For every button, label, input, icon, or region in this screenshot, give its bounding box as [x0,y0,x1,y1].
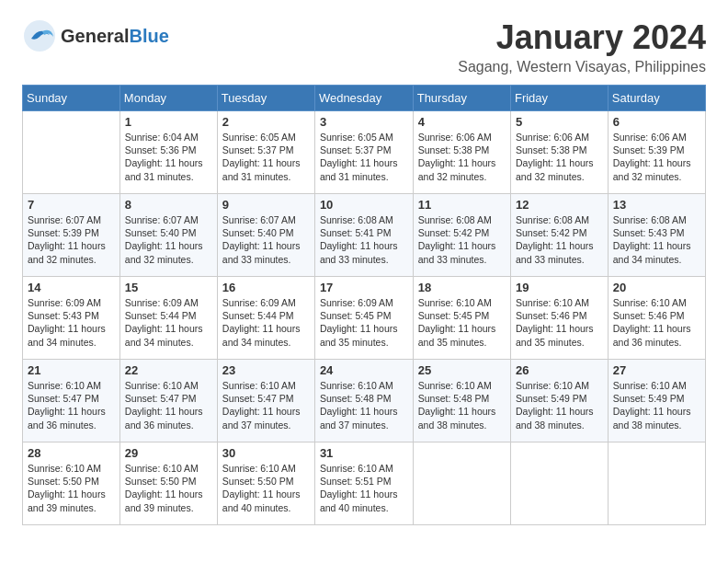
calendar-cell: 2Sunrise: 6:05 AMSunset: 5:37 PMDaylight… [217,111,314,194]
day-info: Sunrise: 6:10 AMSunset: 5:47 PMDaylight:… [222,379,310,431]
day-info: Sunrise: 6:10 AMSunset: 5:47 PMDaylight:… [28,379,115,431]
day-info: Sunrise: 6:10 AMSunset: 5:50 PMDaylight:… [222,462,310,514]
calendar-cell: 27Sunrise: 6:10 AMSunset: 5:49 PMDayligh… [608,360,705,442]
calendar-cell: 23Sunrise: 6:10 AMSunset: 5:47 PMDayligh… [217,360,314,442]
calendar-cell: 16Sunrise: 6:09 AMSunset: 5:44 PMDayligh… [217,277,314,360]
day-info: Sunrise: 6:10 AMSunset: 5:49 PMDaylight:… [516,379,603,431]
day-info: Sunrise: 6:07 AMSunset: 5:40 PMDaylight:… [222,213,310,266]
day-number: 17 [320,281,408,294]
calendar-week-row: 21Sunrise: 6:10 AMSunset: 5:47 PMDayligh… [23,360,706,442]
day-number: 22 [125,363,212,377]
day-info: Sunrise: 6:07 AMSunset: 5:39 PMDaylight:… [28,213,115,266]
calendar-cell: 14Sunrise: 6:09 AMSunset: 5:43 PMDayligh… [23,277,120,360]
calendar-cell: 12Sunrise: 6:08 AMSunset: 5:42 PMDayligh… [510,194,608,277]
calendar-cell: 20Sunrise: 6:10 AMSunset: 5:46 PMDayligh… [608,277,705,360]
calendar-week-row: 1Sunrise: 6:04 AMSunset: 5:36 PMDaylight… [23,111,706,194]
day-info: Sunrise: 6:10 AMSunset: 5:46 PMDaylight:… [516,296,603,349]
col-header-sunday: Sunday [23,86,120,111]
calendar-cell: 19Sunrise: 6:10 AMSunset: 5:46 PMDayligh… [510,277,608,360]
calendar-cell: 10Sunrise: 6:08 AMSunset: 5:41 PMDayligh… [314,194,413,277]
day-number: 24 [320,363,408,377]
calendar-cell: 21Sunrise: 6:10 AMSunset: 5:47 PMDayligh… [23,360,120,442]
day-number: 15 [125,281,212,294]
calendar-cell: 28Sunrise: 6:10 AMSunset: 5:50 PMDayligh… [23,442,120,525]
day-number: 30 [222,446,310,460]
day-number: 5 [516,115,603,129]
day-number: 14 [28,281,115,294]
calendar-cell: 6Sunrise: 6:06 AMSunset: 5:39 PMDaylight… [608,111,705,194]
logo-icon [22,18,57,53]
day-number: 7 [28,198,115,212]
day-number: 10 [320,198,408,212]
day-number: 16 [222,281,310,294]
day-info: Sunrise: 6:10 AMSunset: 5:50 PMDaylight:… [28,462,115,514]
day-info: Sunrise: 6:08 AMSunset: 5:42 PMDaylight:… [418,213,506,266]
day-number: 1 [125,115,212,129]
day-info: Sunrise: 6:05 AMSunset: 5:37 PMDaylight:… [222,131,310,183]
day-info: Sunrise: 6:08 AMSunset: 5:43 PMDaylight:… [613,213,700,266]
page-header: GeneralBlue January 2024 Sagang, Western… [22,18,706,75]
day-number: 26 [516,363,603,377]
day-number: 2 [222,115,310,129]
day-number: 4 [418,115,506,129]
day-info: Sunrise: 6:10 AMSunset: 5:48 PMDaylight:… [418,379,506,431]
day-info: Sunrise: 6:04 AMSunset: 5:36 PMDaylight:… [125,131,212,183]
day-number: 19 [516,281,603,294]
calendar-cell: 29Sunrise: 6:10 AMSunset: 5:50 PMDayligh… [119,442,217,525]
calendar-header-row: SundayMondayTuesdayWednesdayThursdayFrid… [23,86,706,111]
calendar-cell: 8Sunrise: 6:07 AMSunset: 5:40 PMDaylight… [119,194,217,277]
col-header-tuesday: Tuesday [217,86,314,111]
day-number: 25 [418,363,506,377]
calendar-cell: 1Sunrise: 6:04 AMSunset: 5:36 PMDaylight… [119,111,217,194]
calendar-table: SundayMondayTuesdayWednesdayThursdayFrid… [22,85,706,525]
day-info: Sunrise: 6:08 AMSunset: 5:42 PMDaylight:… [516,213,603,266]
calendar-cell: 30Sunrise: 6:10 AMSunset: 5:50 PMDayligh… [217,442,314,525]
day-info: Sunrise: 6:09 AMSunset: 5:43 PMDaylight:… [28,296,115,349]
calendar-week-row: 14Sunrise: 6:09 AMSunset: 5:43 PMDayligh… [23,277,706,360]
calendar-cell: 9Sunrise: 6:07 AMSunset: 5:40 PMDaylight… [217,194,314,277]
day-number: 28 [28,446,115,460]
day-info: Sunrise: 6:10 AMSunset: 5:50 PMDaylight:… [125,462,212,514]
calendar-cell: 25Sunrise: 6:10 AMSunset: 5:48 PMDayligh… [413,360,510,442]
col-header-friday: Friday [510,86,608,111]
day-number: 27 [613,363,700,377]
day-info: Sunrise: 6:09 AMSunset: 5:45 PMDaylight:… [320,296,408,349]
day-number: 20 [613,281,700,294]
day-number: 31 [320,446,408,460]
day-info: Sunrise: 6:10 AMSunset: 5:47 PMDaylight:… [125,379,212,431]
calendar-cell [608,442,705,525]
calendar-cell: 24Sunrise: 6:10 AMSunset: 5:48 PMDayligh… [314,360,413,442]
calendar-cell: 18Sunrise: 6:10 AMSunset: 5:45 PMDayligh… [413,277,510,360]
col-header-thursday: Thursday [413,86,510,111]
logo: GeneralBlue [22,18,169,53]
day-number: 11 [418,198,506,212]
calendar-cell: 26Sunrise: 6:10 AMSunset: 5:49 PMDayligh… [510,360,608,442]
calendar-cell [510,442,608,525]
day-number: 9 [222,198,310,212]
day-number: 3 [320,115,408,129]
calendar-cell: 4Sunrise: 6:06 AMSunset: 5:38 PMDaylight… [413,111,510,194]
calendar-cell: 31Sunrise: 6:10 AMSunset: 5:51 PMDayligh… [314,442,413,525]
month-title: January 2024 [458,18,706,57]
day-info: Sunrise: 6:07 AMSunset: 5:40 PMDaylight:… [125,213,212,266]
day-info: Sunrise: 6:05 AMSunset: 5:37 PMDaylight:… [320,131,408,183]
calendar-cell: 17Sunrise: 6:09 AMSunset: 5:45 PMDayligh… [314,277,413,360]
col-header-wednesday: Wednesday [314,86,413,111]
calendar-cell: 13Sunrise: 6:08 AMSunset: 5:43 PMDayligh… [608,194,705,277]
day-info: Sunrise: 6:08 AMSunset: 5:41 PMDaylight:… [320,213,408,266]
day-info: Sunrise: 6:10 AMSunset: 5:49 PMDaylight:… [613,379,700,431]
calendar-week-row: 28Sunrise: 6:10 AMSunset: 5:50 PMDayligh… [23,442,706,525]
calendar-cell: 11Sunrise: 6:08 AMSunset: 5:42 PMDayligh… [413,194,510,277]
day-number: 29 [125,446,212,460]
calendar-cell: 5Sunrise: 6:06 AMSunset: 5:38 PMDaylight… [510,111,608,194]
logo-blue: Blue [129,26,168,46]
location-title: Sagang, Western Visayas, Philippines [458,59,706,75]
calendar-cell: 15Sunrise: 6:09 AMSunset: 5:44 PMDayligh… [119,277,217,360]
day-info: Sunrise: 6:10 AMSunset: 5:45 PMDaylight:… [418,296,506,349]
day-info: Sunrise: 6:10 AMSunset: 5:51 PMDaylight:… [320,462,408,514]
day-number: 12 [516,198,603,212]
day-number: 21 [28,363,115,377]
calendar-week-row: 7Sunrise: 6:07 AMSunset: 5:39 PMDaylight… [23,194,706,277]
calendar-cell [413,442,510,525]
logo-general: General [61,26,129,46]
